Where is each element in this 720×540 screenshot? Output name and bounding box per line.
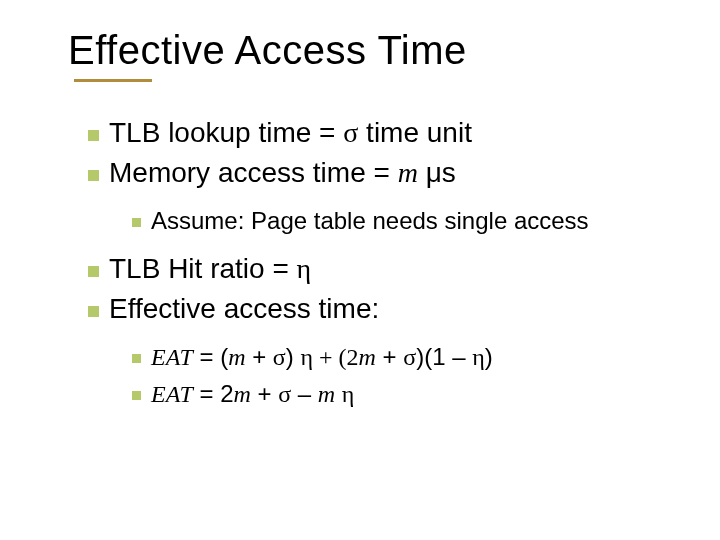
eta-symbol: η — [342, 381, 355, 407]
text: time unit — [358, 117, 472, 148]
text: )(1 – — [416, 343, 472, 370]
text: ) — [286, 343, 301, 370]
text — [335, 380, 342, 407]
text: + — [245, 343, 272, 370]
var-m: m — [359, 344, 376, 370]
square-bullet-icon — [132, 218, 141, 227]
sigma-symbol: σ — [278, 381, 291, 407]
text: + — [251, 380, 278, 407]
bullet-eat-formula-2: EAT = 2m + σ – m η — [132, 377, 680, 412]
square-bullet-icon — [88, 266, 99, 277]
text: + — [376, 343, 403, 370]
var-m: m — [228, 344, 245, 370]
text: Effective access time: — [109, 293, 379, 324]
var-m: m — [398, 157, 418, 188]
var-m: m — [233, 381, 250, 407]
eta-symbol: η — [297, 253, 312, 284]
sigma-symbol: σ — [273, 344, 286, 370]
sigma-symbol: σ — [403, 344, 416, 370]
square-bullet-icon — [132, 391, 141, 400]
sigma-symbol: σ — [343, 117, 358, 148]
text: TLB lookup time = — [109, 117, 343, 148]
bullet-memory-access: Memory access time = m μs — [88, 154, 680, 192]
text: μs — [418, 157, 456, 188]
square-bullet-icon — [132, 354, 141, 363]
slide: Effective Access Time TLB lookup time = … — [0, 0, 720, 540]
eat-label: EAT — [151, 344, 193, 370]
slide-title: Effective Access Time — [68, 28, 680, 73]
text: + (2 — [313, 344, 359, 370]
text: = ( — [193, 343, 228, 370]
var-m: m — [318, 381, 335, 407]
square-bullet-icon — [88, 170, 99, 181]
text: = 2 — [193, 380, 234, 407]
text: Memory access time = — [109, 157, 398, 188]
square-bullet-icon — [88, 130, 99, 141]
eat-label: EAT — [151, 381, 193, 407]
square-bullet-icon — [88, 306, 99, 317]
bullet-tlb-lookup: TLB lookup time = σ time unit — [88, 114, 680, 152]
text: TLB Hit ratio = — [109, 253, 297, 284]
bullet-hit-ratio: TLB Hit ratio = η — [88, 250, 680, 288]
text: – — [291, 380, 318, 407]
bullet-eat-header: Effective access time: — [88, 290, 680, 328]
text: ) — [485, 343, 493, 370]
eta-symbol: η — [472, 344, 485, 370]
bullet-eat-formula-1: EAT = (m + σ) η + (2m + σ)(1 – η) — [132, 340, 680, 375]
title-underline-accent — [74, 79, 152, 82]
bullet-assume: Assume: Page table needs single access — [132, 204, 680, 239]
eta-symbol: η — [300, 344, 313, 370]
text: Assume: Page table needs single access — [151, 207, 589, 234]
